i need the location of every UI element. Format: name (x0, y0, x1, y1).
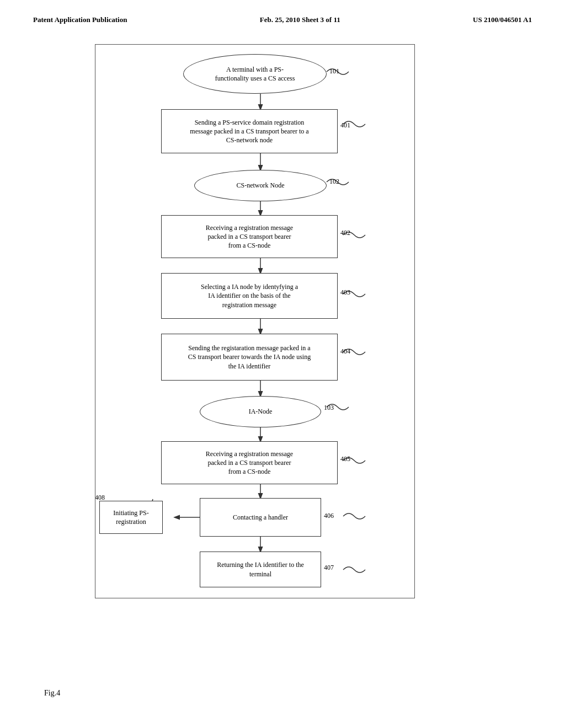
page-header: Patent Application Publication Feb. 25, … (0, 0, 565, 33)
page: Patent Application Publication Feb. 25, … (0, 0, 565, 728)
diagram-area: A terminal with a PS- functionality uses… (89, 39, 476, 662)
header-left: Patent Application Publication (33, 15, 127, 24)
fig-caption: Fig.4 (44, 689, 60, 698)
outer-border (95, 44, 415, 598)
header-right: US 2100/046501 A1 (473, 15, 532, 24)
header-center: Feb. 25, 2010 Sheet 3 of 11 (260, 15, 340, 24)
